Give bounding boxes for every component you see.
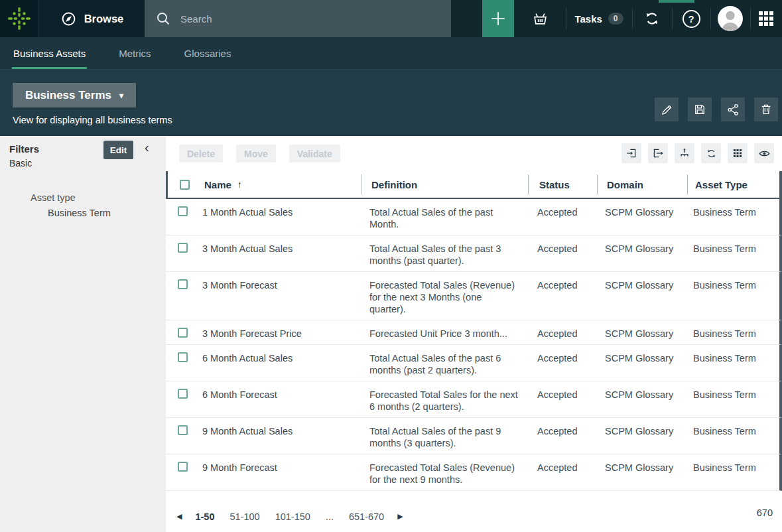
column-header-name[interactable]: Name ↑ (201, 171, 361, 198)
table-row[interactable]: 3 Month Actual Sales Total Actual Sales … (166, 235, 782, 272)
toolbar-icons (621, 143, 774, 163)
next-page-button[interactable]: ▶ (397, 512, 403, 521)
page-link-651-670[interactable]: 651-670 (349, 511, 384, 522)
user-avatar-button[interactable] (710, 0, 750, 37)
row-checkbox[interactable] (178, 389, 188, 399)
search-bar[interactable] (145, 0, 451, 37)
apps-grid-button[interactable] (750, 0, 782, 37)
column-header-domain[interactable]: Domain (597, 171, 687, 198)
help-icon: ? (683, 10, 700, 28)
browse-label: Browse (84, 13, 124, 25)
export-button[interactable] (648, 143, 668, 163)
row-checkbox[interactable] (178, 352, 188, 362)
asset-status: Accepted (526, 345, 595, 381)
row-checkbox[interactable] (178, 206, 188, 216)
grid-view-button[interactable] (728, 143, 748, 163)
asset-status: Accepted (526, 272, 595, 320)
row-checkbox[interactable] (178, 279, 188, 289)
table-row[interactable]: 1 Month Actual Sales Total Actual Sales … (166, 199, 782, 235)
asset-definition: Forecasted Unit Price 3 month... (359, 320, 526, 344)
asset-domain-link[interactable]: SCPM Glossary (595, 272, 685, 320)
prev-page-button[interactable]: ◀ (176, 512, 182, 521)
validate-button[interactable]: Validate (289, 145, 340, 163)
share-view-button[interactable] (721, 98, 745, 121)
save-view-button[interactable] (688, 98, 712, 121)
select-all-checkbox[interactable] (180, 180, 190, 190)
tab-business-assets[interactable]: Business Assets (13, 37, 86, 69)
table-row[interactable]: 9 Month Actual Sales Total Actual Sales … (166, 418, 782, 454)
asset-name-link[interactable]: 6 Month Actual Sales (199, 345, 359, 381)
table-body: 1 Month Actual Sales Total Actual Sales … (166, 199, 782, 491)
row-checkbox[interactable] (178, 243, 188, 253)
filter-value-business-term[interactable]: Business Term (0, 208, 166, 218)
activities-sync-button[interactable] (632, 0, 672, 37)
create-asset-button[interactable] (482, 0, 514, 37)
asset-domain-link[interactable]: SCPM Glossary (595, 454, 685, 490)
avatar (718, 6, 743, 31)
asset-name-link[interactable]: 9 Month Actual Sales (199, 418, 359, 454)
share-icon (726, 103, 740, 117)
delete-view-button[interactable] (754, 98, 778, 121)
filters-mode: Basic (0, 158, 166, 168)
page-link-101-150[interactable]: 101-150 (275, 511, 310, 522)
page-body: Filters Basic Edit ‹ Asset type Business… (0, 136, 782, 532)
filters-title: Filters (0, 143, 166, 155)
tasks-button[interactable]: Tasks 0 (566, 0, 632, 37)
chevron-left-icon: ‹ (145, 140, 149, 155)
search-input[interactable] (180, 13, 406, 25)
import-icon (625, 147, 637, 159)
refresh-button[interactable] (701, 143, 721, 163)
asset-name-link[interactable]: 1 Month Actual Sales (199, 199, 359, 235)
column-header-asset-type[interactable]: Asset Type (687, 171, 779, 198)
view-selector-dropdown[interactable]: Business Terms ▾ (13, 83, 136, 107)
asset-domain-link[interactable]: SCPM Glossary (595, 235, 685, 271)
asset-name-link[interactable]: 9 Month Forecast (199, 454, 359, 490)
column-header-status[interactable]: Status (528, 171, 597, 198)
tab-metrics[interactable]: Metrics (119, 37, 151, 69)
asset-domain-link[interactable]: SCPM Glossary (595, 418, 685, 454)
row-checkbox[interactable] (178, 425, 188, 435)
delete-button[interactable]: Delete (179, 145, 223, 163)
asset-name-link[interactable]: 6 Month Forecast (199, 381, 359, 417)
table-row[interactable]: 9 Month Forecast Forecasted Total Sales … (166, 454, 782, 491)
basket-icon (531, 10, 549, 28)
page-link-1-50[interactable]: 1-50 (195, 511, 214, 522)
tasks-count-badge: 0 (608, 13, 623, 25)
import-button[interactable] (621, 143, 641, 163)
collapse-sidebar-button[interactable]: ‹ (145, 140, 149, 155)
tab-label: Business Assets (13, 48, 86, 59)
collibra-logo[interactable] (0, 0, 38, 37)
asset-name-link[interactable]: 3 Month Forecast Price (199, 320, 359, 344)
topbar-spacer (451, 0, 482, 37)
asset-domain-link[interactable]: SCPM Glossary (595, 381, 685, 417)
asset-domain-link[interactable]: SCPM Glossary (595, 199, 685, 235)
asset-status: Accepted (526, 454, 595, 490)
help-button[interactable]: ? (672, 0, 710, 37)
basket-button[interactable] (514, 0, 566, 37)
column-header-definition[interactable]: Definition (361, 171, 528, 198)
table-row[interactable]: 6 Month Forecast Forecasted Total Sales … (166, 381, 782, 418)
asset-name-link[interactable]: 3 Month Actual Sales (199, 235, 359, 271)
table-row[interactable]: 3 Month Forecast Forecasted Total Sales … (166, 272, 782, 320)
table-row[interactable]: 6 Month Actual Sales Total Actual Sales … (166, 345, 782, 381)
view-selector-label: Business Terms (25, 89, 111, 102)
filter-group-label: Asset type (0, 192, 166, 203)
page-link-51-100[interactable]: 51-100 (230, 511, 260, 522)
total-count: 670 (757, 507, 773, 518)
asset-name-link[interactable]: 3 Month Forecast (199, 272, 359, 320)
hierarchy-button[interactable] (675, 143, 694, 163)
browse-menu-button[interactable]: Browse (39, 0, 145, 37)
asset-definition: Forecasted Total Sales (Revenue) for the… (359, 272, 526, 320)
view-options-button[interactable] (754, 143, 774, 163)
edit-filters-button[interactable]: Edit (103, 141, 133, 159)
table-row[interactable]: 3 Month Forecast Price Forecasted Unit P… (166, 320, 782, 345)
tab-glossaries[interactable]: Glossaries (184, 37, 231, 69)
asset-domain-link[interactable]: SCPM Glossary (595, 345, 685, 381)
section-tabs: Business AssetsMetricsGlossaries (0, 37, 782, 70)
move-button[interactable]: Move (236, 145, 276, 163)
row-checkbox[interactable] (178, 328, 188, 338)
edit-view-button[interactable] (655, 98, 679, 121)
asset-domain-link[interactable]: SCPM Glossary (595, 320, 685, 344)
export-icon (652, 147, 664, 159)
row-checkbox[interactable] (178, 462, 188, 472)
